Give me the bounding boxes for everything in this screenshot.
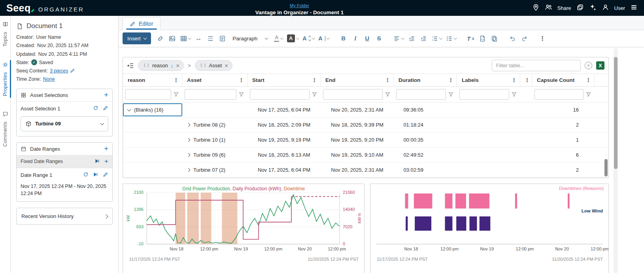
column-menu-icon[interactable]: ⋮ [171,77,179,83]
sort-desc-icon[interactable]: ↓ [171,63,174,68]
legend-item[interactable]: Grid Power Production [182,186,230,191]
location-icon[interactable] [532,4,540,13]
expand-row-icon[interactable] [187,123,191,127]
numbered-list-icon[interactable]: 12 [430,32,444,44]
insert-button[interactable]: Insert [123,32,151,44]
filter-input-asset[interactable] [185,89,236,100]
filter-input-capsule-count[interactable] [534,89,584,100]
excel-export-icon[interactable]: X [596,61,604,70]
undo-icon[interactable] [507,32,518,44]
asset-group-cell[interactable]: Turbine 09 (6) [182,148,247,162]
add-fixed-range-button[interactable]: + [104,159,108,164]
italic-button[interactable]: I [350,32,361,44]
redo-icon[interactable] [519,32,530,44]
table-row[interactable]: Turbine 08 (2)Nov 18, 2025, 2:09 PMNov 1… [123,118,608,133]
hamburger-menu-icon[interactable] [630,4,638,13]
filter-input-labels[interactable] [459,89,509,100]
link-icon[interactable] [155,32,166,44]
paragraph-style-dropdown[interactable]: Paragraph [229,36,272,42]
filter-funnel-icon[interactable] [174,92,179,97]
column-header-reason[interactable]: reason⋮ [123,74,182,86]
column-header-end[interactable]: End⋮ [321,74,394,86]
font-color-icon[interactable]: A [272,32,285,44]
filter-funnel-icon[interactable] [239,92,244,97]
clear-formatting-icon[interactable]: Tx [465,32,476,44]
insert-image-icon[interactable] [167,32,178,44]
column-header-duration[interactable]: Duration⋮ [394,74,457,86]
table-row[interactable]: Turbine 10 (1)Nov 19, 2025, 9:19 PMNov 1… [123,133,608,148]
seeq-content-link[interactable]: 3 pieces [50,68,68,74]
legend-item[interactable]: Downtime [284,186,305,191]
column-header-capsule-count[interactable]: Capsule Count⋮ [532,74,595,86]
asset-group-cell[interactable]: Turbine 10 (1) [182,133,247,147]
filter-input-reason[interactable] [125,89,171,100]
windows-icon[interactable] [576,4,584,13]
filter-funnel-icon[interactable] [586,92,591,97]
column-menu-icon[interactable]: ⋮ [236,77,244,83]
indent-icon[interactable] [418,32,429,44]
table-filter-input[interactable] [492,60,581,71]
table-row[interactable]: (Blanks) (16)Nov 17, 2025, 6:04 PMNov 20… [123,102,608,118]
filter-input-duration[interactable] [396,89,446,100]
page-break-icon[interactable] [205,32,216,44]
seeq-logo[interactable]: Seeq ORGANIZER [6,2,84,14]
user-menu[interactable]: User [614,5,625,11]
table-scrollbar[interactable] [604,104,608,176]
filter-funnel-icon[interactable] [512,92,517,97]
strikethrough-button[interactable]: S [374,32,385,44]
filter-funnel-icon[interactable] [385,92,390,97]
remove-chip-icon[interactable]: × [225,63,228,68]
reason-group-cell[interactable]: (Blanks) (16) [123,103,182,116]
text-snippet-icon[interactable] [217,32,228,44]
user-icon[interactable] [602,4,609,13]
drag-handle-icon[interactable]: ⋮⋮ [142,63,149,68]
editor-content[interactable]: ⋮⋮ reason ↓ × > ⋮⋮ Asset × × [119,47,644,273]
editor-scrollbar[interactable] [614,48,618,273]
highlight-color-icon[interactable]: A [285,32,300,44]
copy-icon[interactable] [489,32,500,44]
tab-comments[interactable]: Comments [2,111,8,147]
toolbar-overflow-icon[interactable]: ⋮ [537,32,548,44]
group-chip-reason[interactable]: ⋮⋮ reason ↓ × [138,60,184,71]
outdent-icon[interactable] [406,32,417,44]
add-asset-selection-button[interactable]: + [104,92,108,98]
table-row[interactable]: Turbine 09 (6)Nov 18, 2025, 6:13 AMNov 1… [123,148,608,163]
insert-table-icon[interactable] [179,32,193,44]
remove-chip-icon[interactable]: × [176,63,179,68]
letter-case-icon[interactable]: A [317,32,330,44]
column-header-asset[interactable]: Asset⋮ [182,74,247,86]
breadcrumb[interactable]: My Folder [290,3,309,8]
step-to-end-icon[interactable] [93,172,98,178]
expand-row-icon[interactable] [187,168,191,172]
column-header-labels[interactable]: Labels⋮ [457,74,520,86]
refresh-icon[interactable] [93,105,98,112]
table-row[interactable]: Turbine 07 (2)Nov 17, 2025, 6:04 PMNov 2… [123,163,608,178]
column-menu-icon[interactable]: ⋮ [446,77,453,83]
sparkle-icon[interactable] [589,4,597,13]
version-history-button[interactable]: Recent Version History [16,208,113,225]
table-scrollbar-thumb[interactable] [604,159,608,176]
timezone-link[interactable]: None [43,76,55,82]
column-menu-icon[interactable]: ⋮ [522,77,530,83]
filter-funnel-icon[interactable] [312,92,317,97]
asset-group-cell[interactable]: Turbine 08 (2) [182,118,247,132]
filter-input-end[interactable] [323,89,383,100]
step-to-end-icon[interactable] [94,158,100,165]
edit-date-range-icon[interactable] [103,172,108,178]
clear-table-icon[interactable]: × [585,62,592,69]
add-date-range-button[interactable]: + [104,146,108,152]
group-chip-asset[interactable]: ⋮⋮ Asset × [195,60,232,71]
filter-input-start[interactable] [250,89,310,100]
table-groups-icon[interactable] [127,62,134,69]
expand-row-icon[interactable] [187,153,191,157]
column-header-start[interactable]: Start⋮ [247,74,321,86]
align-dropdown-icon[interactable] [392,32,406,44]
edit-content-icon[interactable] [70,68,75,74]
font-size-icon[interactable]: A [301,32,316,44]
asset-group-cell[interactable]: Turbine 07 (2) [182,163,247,177]
trend-chart[interactable]: Grid Power Production, Daily Production … [123,184,364,273]
column-menu-icon[interactable]: ⋮ [383,77,390,83]
expand-row-icon[interactable] [187,138,191,142]
drag-handle-icon[interactable]: ⋮⋮ [199,63,206,68]
filter-funnel-icon[interactable] [448,92,453,97]
